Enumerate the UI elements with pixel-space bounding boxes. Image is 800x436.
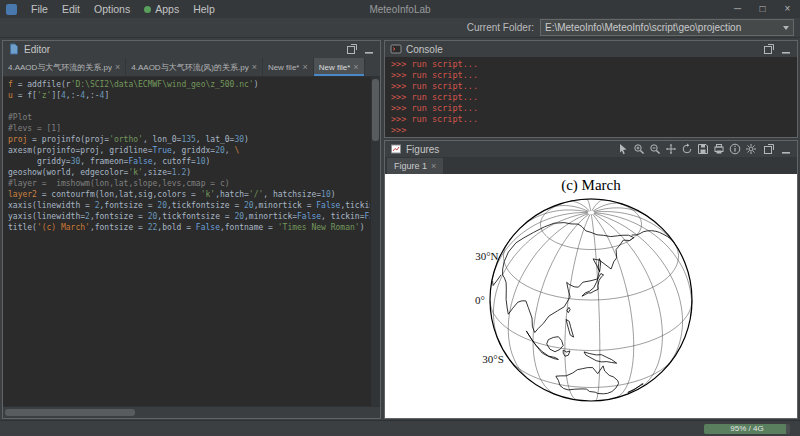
console-icon [390, 43, 402, 55]
code-line: layer2 = contourfm(lon,lat,sig,colors = … [8, 189, 370, 200]
figures-panel: Figures Figure 1 × (c) March 30°N0°30°S [384, 140, 798, 419]
figure-content[interactable]: (c) March 30°N0°30°S [385, 174, 797, 418]
float-panel-icon[interactable] [762, 43, 775, 56]
close-button[interactable]: × [775, 0, 800, 18]
code-line: griddy=30, frameon=False, cutoff=10) [8, 156, 370, 167]
console-line: >>> run script... [391, 114, 791, 125]
save-icon[interactable] [696, 142, 710, 156]
folder-dropdown-icon[interactable] [783, 26, 789, 30]
editor-hscrollbar[interactable] [3, 406, 380, 418]
globe-map [385, 174, 797, 418]
minimize-panel-icon[interactable] [779, 43, 792, 56]
console-line: >>> run script... [391, 103, 791, 114]
tab-close-icon[interactable]: × [115, 62, 120, 72]
minimize-panel-icon[interactable] [779, 143, 792, 156]
code-line: proj = projinfo(proj='ortho', lon_0=135,… [8, 134, 370, 145]
console-panel-header: Console [385, 41, 797, 57]
titlebar: FileEditOptionsAppsHelp MeteoInfoLab ─ □… [0, 0, 800, 18]
float-panel-icon[interactable] [762, 143, 775, 156]
current-folder-label: Current Folder: [467, 22, 534, 33]
current-folder-input[interactable] [541, 20, 793, 35]
figure-title: (c) March [385, 177, 797, 194]
code-line: geoshow(world, edgecolor='k',size=1.2) [8, 167, 370, 178]
console-line: >>> run script... [391, 92, 791, 103]
window-title: MeteoInfoLab [369, 4, 430, 15]
figure-tabbar: Figure 1 × [385, 157, 797, 174]
minimize-button[interactable]: ─ [725, 0, 750, 18]
editor-vscrollbar[interactable] [371, 77, 380, 406]
code-line: #layer = imshowm(lon,lat,slope,levs,cmap… [8, 178, 370, 189]
editor-tabbar: 4.AAOD与大气环流的关系.py×4.AAOD与大气环流(风)的关系.py×N… [3, 57, 380, 77]
tab-label: 4.AAOD与大气环流的关系.py [8, 62, 112, 73]
print-icon[interactable] [712, 142, 726, 156]
code-lines: f = addfile(r'D:\SCI2\data\ECMWF\wind_ge… [8, 79, 370, 406]
maximize-button[interactable]: □ [750, 0, 775, 18]
editor-panel-header: Editor [3, 41, 380, 57]
editor-tab[interactable]: 4.AAOD与大气环流(风)的关系.py× [126, 58, 263, 76]
menu-options[interactable]: Options [87, 0, 137, 18]
float-panel-icon[interactable] [345, 43, 358, 56]
code-line: yaxis(linewidth=2,fontsize = 20,tickfont… [8, 211, 370, 222]
minimize-panel-icon[interactable] [362, 43, 375, 56]
axis-tick-label: 30°N [475, 250, 498, 262]
app-logo-icon [6, 4, 17, 15]
editor-tab[interactable]: 4.AAOD与大气环流的关系.py× [3, 58, 126, 76]
current-folder-field [540, 19, 794, 36]
axis-tick-label: 30°S [482, 353, 504, 365]
editor-panel: Editor 4.AAOD与大气环流的关系.py×4.AAOD与大气环流(风)的… [2, 40, 381, 419]
console-line: >>> [391, 125, 791, 136]
tab-label: New file* [268, 63, 300, 72]
editor-tab[interactable]: New file*× [263, 58, 314, 76]
tab-close-icon[interactable]: × [252, 62, 257, 72]
menu-help[interactable]: Help [186, 0, 222, 18]
zoom-out-icon[interactable] [648, 142, 662, 156]
code-line: axesm(projinfo=proj, gridline=True, grid… [8, 145, 370, 156]
console-line: >>> run script... [391, 81, 791, 92]
figure-tab-label: Figure 1 [394, 161, 427, 171]
code-line: title('(c) March',fontsize = 22,bold = F… [8, 222, 370, 233]
menu-file[interactable]: File [24, 0, 55, 18]
code-line: xaxis(linewidth = 2,fontsize = 20,tickfo… [8, 200, 370, 211]
apps-icon [144, 6, 151, 13]
code-line [8, 101, 370, 112]
settings-icon[interactable] [744, 142, 758, 156]
window-controls: ─ □ × [725, 0, 800, 18]
code-line: u = f['z'][4,:-4,:-4] [8, 90, 370, 101]
code-line: f = addfile(r'D:\SCI2\data\ECMWF\wind_ge… [8, 79, 370, 90]
memory-text: 95% / 4G [704, 424, 790, 434]
code-line: #levs = [1] [8, 123, 370, 134]
editor-panel-title: Editor [24, 44, 50, 55]
zoom-in-icon[interactable] [632, 142, 646, 156]
vscroll-thumb[interactable] [372, 79, 379, 141]
tab-close-icon[interactable]: × [431, 161, 436, 171]
tab-label: New file* [319, 63, 351, 72]
menu-apps[interactable]: Apps [137, 0, 186, 18]
pan-icon[interactable] [664, 142, 678, 156]
figure-tab[interactable]: Figure 1 × [387, 158, 443, 174]
figures-icon [390, 143, 402, 155]
code-area[interactable]: f = addfile(r'D:\SCI2\data\ECMWF\wind_ge… [3, 77, 380, 406]
tab-label: 4.AAOD与大气环流(风)的关系.py [131, 62, 248, 73]
hscroll-thumb[interactable] [5, 409, 135, 416]
refresh-icon[interactable] [680, 142, 694, 156]
info-icon[interactable] [728, 142, 742, 156]
editor-icon [8, 43, 20, 55]
menu-edit[interactable]: Edit [55, 0, 87, 18]
console-panel-title: Console [406, 44, 443, 55]
tab-close-icon[interactable]: × [302, 62, 307, 72]
menu-bar: FileEditOptionsAppsHelp [24, 0, 222, 18]
figures-panel-header: Figures [385, 141, 797, 157]
axis-tick-label: 0° [475, 294, 485, 306]
tab-close-icon[interactable]: × [353, 62, 358, 72]
memory-indicator: 95% / 4G [704, 424, 790, 434]
pathbar: Current Folder: [0, 18, 800, 38]
console-panel: Console >>> run script...>>> run script.… [384, 40, 798, 138]
editor-tab[interactable]: New file*× [314, 58, 365, 76]
code-line: #Plot [8, 112, 370, 123]
console-line: >>> run script... [391, 70, 791, 81]
console-line: >>> run script... [391, 59, 791, 70]
cursor-icon[interactable] [616, 142, 630, 156]
figures-panel-title: Figures [406, 144, 439, 155]
statusbar: 95% / 4G [0, 420, 800, 436]
console-output[interactable]: >>> run script...>>> run script...>>> ru… [385, 57, 797, 137]
